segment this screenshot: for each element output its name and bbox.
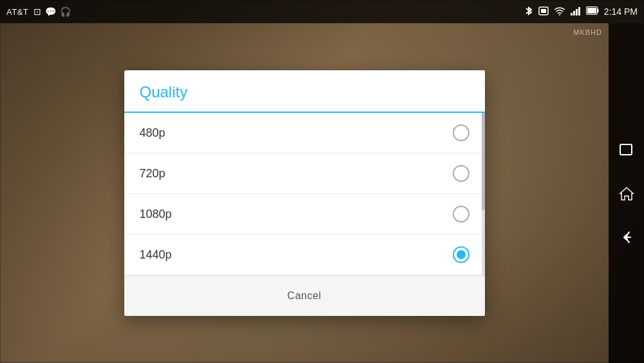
option-720p-label: 720p	[140, 167, 166, 181]
message-icon: 💬	[45, 6, 56, 17]
status-right: 2:14 PM	[524, 6, 638, 18]
scroll-thumb[interactable]	[482, 113, 485, 210]
svg-rect-5	[576, 9, 578, 15]
home-button[interactable]	[618, 184, 636, 202]
dialog-title-section: Quality	[124, 70, 485, 113]
status-time: 2:14 PM	[604, 6, 638, 17]
option-1440p[interactable]: 1440p	[124, 235, 485, 275]
svg-rect-3	[571, 13, 573, 15]
dialog-options: 480p 720p 1080p 1440p	[124, 113, 485, 275]
option-480p[interactable]: 480p	[124, 113, 485, 153]
status-bar: AT&T ⊡ 💬 🎧	[0, 0, 644, 23]
nav-bar	[609, 23, 644, 363]
svg-rect-10	[620, 144, 632, 155]
wifi-icon	[554, 6, 565, 17]
phone-icon	[538, 6, 549, 17]
status-left: AT&T ⊡ 💬 🎧	[6, 6, 71, 17]
svg-rect-6	[578, 7, 580, 15]
quality-dialog: Quality 480p 720p 1080p 1440p	[124, 70, 485, 316]
back-button[interactable]	[618, 228, 636, 246]
svg-point-2	[559, 14, 560, 15]
radio-1080p[interactable]	[453, 206, 469, 222]
svg-rect-1	[541, 9, 546, 13]
dialog-scroll-area: 480p 720p 1080p 1440p	[124, 113, 485, 275]
option-1440p-label: 1440p	[140, 248, 172, 262]
option-1080p[interactable]: 1080p	[124, 194, 485, 235]
sim-icon: ⊡	[33, 6, 41, 17]
scroll-track	[482, 113, 485, 275]
cancel-button[interactable]: Cancel	[274, 285, 334, 307]
battery-icon	[586, 6, 599, 17]
option-480p-label: 480p	[140, 126, 166, 140]
dialog-overlay: Quality 480p 720p 1080p 1440p	[0, 23, 609, 363]
radio-480p[interactable]	[453, 124, 469, 141]
svg-rect-4	[573, 11, 575, 15]
recent-apps-button[interactable]	[618, 141, 636, 159]
dialog-actions: Cancel	[124, 275, 485, 316]
radio-720p[interactable]	[453, 165, 469, 182]
option-720p[interactable]: 720p	[124, 153, 485, 194]
carrier-label: AT&T	[6, 7, 28, 17]
svg-rect-8	[597, 9, 598, 13]
headset-icon: 🎧	[60, 6, 71, 17]
option-1080p-label: 1080p	[140, 208, 172, 221]
svg-rect-9	[587, 8, 596, 14]
status-icons: ⊡ 💬 🎧	[33, 6, 71, 17]
bluetooth-icon	[524, 6, 533, 18]
dialog-title: Quality	[140, 83, 188, 101]
signal-icon	[571, 6, 581, 17]
radio-1440p[interactable]	[453, 246, 469, 263]
